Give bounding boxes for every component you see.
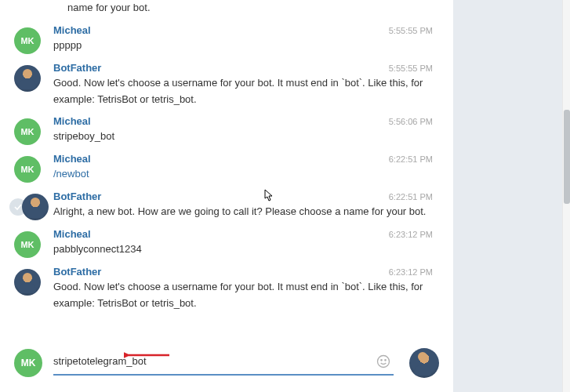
message-text: Alright, a new bot. How are we going to … bbox=[53, 202, 433, 220]
timestamp: 5:55:55 PM bbox=[389, 26, 433, 35]
scrollbar-track[interactable] bbox=[562, 0, 570, 392]
avatar[interactable]: MK bbox=[14, 27, 41, 54]
message-row: MK Micheal 5:55:55 PM ppppp bbox=[14, 23, 439, 60]
message-input[interactable] bbox=[53, 352, 373, 370]
chat-panel: name for your bot. MK Micheal 5:55:55 PM… bbox=[0, 0, 453, 392]
timestamp: 6:22:51 PM bbox=[389, 154, 433, 164]
chat-scroll[interactable]: name for your bot. MK Micheal 5:55:55 PM… bbox=[0, 0, 453, 340]
avatar[interactable]: MK bbox=[14, 231, 41, 258]
annotation-arrow-icon bbox=[124, 349, 171, 361]
timestamp: 6:22:51 PM bbox=[389, 192, 433, 201]
avatar[interactable] bbox=[22, 194, 49, 220]
scrollbar-thumb[interactable] bbox=[564, 110, 570, 204]
message-row: MK Micheal 5:56:06 PM stripeboy_bot bbox=[14, 114, 439, 151]
svg-point-0 bbox=[378, 355, 390, 367]
message-row: BotFather 5:55:55 PM Good. Now let's cho… bbox=[14, 60, 439, 114]
partial-prev-message: name for your bot. bbox=[14, 0, 439, 23]
avatar[interactable]: MK bbox=[14, 118, 41, 145]
timestamp: 5:55:55 PM bbox=[389, 64, 433, 73]
sender-name[interactable]: BotFather bbox=[53, 266, 101, 278]
message-text: pabblyconnect1234 bbox=[53, 240, 433, 258]
sender-name[interactable]: Micheal bbox=[53, 228, 91, 240]
avatar[interactable] bbox=[14, 269, 41, 296]
emoji-button[interactable] bbox=[373, 351, 394, 372]
sender-name[interactable]: Micheal bbox=[53, 24, 91, 36]
input-bar: MK bbox=[0, 340, 453, 392]
bot-avatar-button[interactable] bbox=[409, 348, 439, 378]
message-row: BotFather 6:22:51 PM Alright, a new bot.… bbox=[14, 189, 439, 227]
message-row: MK Micheal 6:23:12 PM pabblyconnect1234 bbox=[14, 227, 439, 264]
sender-name[interactable]: Micheal bbox=[53, 153, 91, 165]
message-text: Good. Now let's choose a username for yo… bbox=[53, 74, 433, 108]
avatar[interactable]: MK bbox=[14, 156, 41, 183]
sender-name[interactable]: BotFather bbox=[53, 191, 101, 202]
message-row: MK Micheal 6:22:51 PM /newbot bbox=[14, 151, 439, 189]
timestamp: 5:56:06 PM bbox=[389, 117, 433, 126]
avatar[interactable]: MK bbox=[14, 349, 42, 377]
message-text: Good. Now let's choose a username for yo… bbox=[53, 278, 433, 312]
timestamp: 6:23:12 PM bbox=[389, 267, 433, 277]
timestamp: 6:23:12 PM bbox=[389, 230, 433, 239]
right-pane bbox=[453, 0, 570, 392]
sender-name[interactable]: Micheal bbox=[53, 115, 91, 127]
svg-point-2 bbox=[385, 359, 386, 360]
avatar[interactable] bbox=[14, 65, 41, 92]
message-text: ppppp bbox=[53, 36, 433, 54]
message-text[interactable]: /newbot bbox=[53, 165, 433, 183]
message-row: BotFather 6:23:12 PM Good. Now let's cho… bbox=[14, 264, 439, 318]
sender-name[interactable]: BotFather bbox=[53, 62, 101, 74]
message-text: stripeboy_bot bbox=[53, 127, 433, 145]
svg-point-1 bbox=[381, 359, 382, 360]
